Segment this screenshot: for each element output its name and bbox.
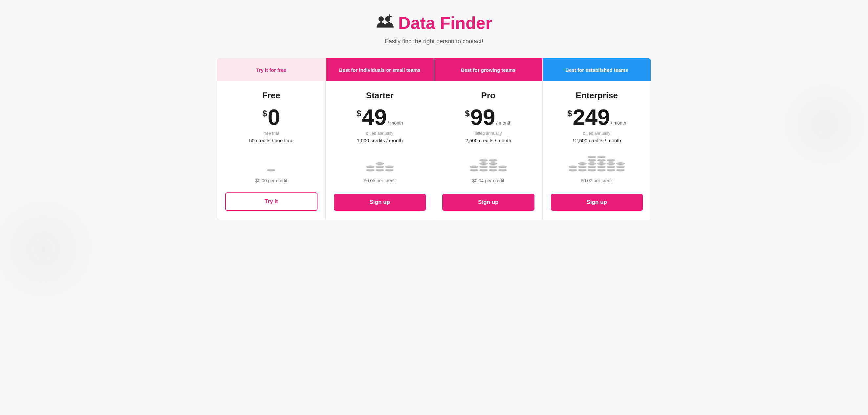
price-amount: 49 xyxy=(362,106,387,128)
plan-footer: Sign up xyxy=(543,194,651,220)
page-header: Data Finder Easily find the right person… xyxy=(217,13,651,45)
price-amount: 99 xyxy=(470,106,495,128)
credits-note: 12,500 credits / month xyxy=(572,138,621,143)
price-period: / month xyxy=(496,120,512,126)
billing-note: billed annually xyxy=(475,131,502,136)
coin-stack xyxy=(366,155,394,171)
cta-button-starter[interactable]: Sign up xyxy=(334,194,426,211)
plan-content: Starter $ 49 / month billed annually 1,0… xyxy=(326,81,434,194)
banner-text: Best for established teams xyxy=(565,67,628,73)
plan-card-pro: Best for growing teams Pro $ 99 / month … xyxy=(434,58,542,220)
billing-note: billed annually xyxy=(366,131,393,136)
plan-banner: Best for established teams xyxy=(543,58,651,81)
plan-name: Free xyxy=(262,91,280,101)
plan-name: Enterprise xyxy=(576,91,618,101)
page-container: Data Finder Easily find the right person… xyxy=(217,13,651,220)
credits-note: 2,500 credits / month xyxy=(465,138,511,143)
app-subtitle: Easily find the right person to contact! xyxy=(217,38,651,45)
cta-button-pro[interactable]: Sign up xyxy=(442,194,534,211)
banner-text: Best for growing teams xyxy=(461,67,516,73)
price-amount: 249 xyxy=(572,106,610,128)
plan-card-starter: Best for individuals or small teams Star… xyxy=(326,58,434,220)
price-row: $ 0 xyxy=(262,106,280,128)
svg-rect-3 xyxy=(387,16,392,18)
price-dollar-sign: $ xyxy=(356,108,361,119)
banner-text: Try it for free xyxy=(256,67,286,73)
price-period: / month xyxy=(388,120,403,126)
price-dollar-sign: $ xyxy=(262,108,267,119)
plan-card-enterprise: Best for established teams Enterprise $ … xyxy=(542,58,651,220)
billing-note: free trial xyxy=(264,131,279,136)
price-dollar-sign: $ xyxy=(465,108,469,119)
logo-icon xyxy=(376,13,394,33)
price-dollar-sign: $ xyxy=(567,108,572,119)
logo-area: Data Finder xyxy=(217,13,651,33)
coin-stack xyxy=(267,155,275,171)
per-credit: $0.00 per credit xyxy=(255,178,287,183)
plan-name: Pro xyxy=(481,91,495,101)
plan-footer: Sign up xyxy=(434,194,542,220)
per-credit: $0.05 per credit xyxy=(364,178,396,183)
plan-card-free: Try it for free Free $ 0 free trial 50 c… xyxy=(217,58,326,220)
credits-note: 1,000 credits / month xyxy=(357,138,403,143)
price-row: $ 99 / month xyxy=(465,106,512,128)
plan-name: Starter xyxy=(366,91,394,101)
plan-footer: Sign up xyxy=(326,194,434,220)
cta-button-enterprise[interactable]: Sign up xyxy=(551,194,643,211)
billing-note: billed annually xyxy=(583,131,610,136)
price-row: $ 249 / month xyxy=(567,106,626,128)
plan-footer: Try it xyxy=(217,193,326,220)
per-credit: $0.02 per credit xyxy=(581,178,613,183)
coin-stack xyxy=(568,155,625,171)
credits-note: 50 credits / one time xyxy=(249,138,293,143)
plan-content: Pro $ 99 / month billed annually 2,500 c… xyxy=(434,81,542,194)
plan-content: Enterprise $ 249 / month billed annually… xyxy=(543,81,651,194)
pricing-grid: Try it for free Free $ 0 free trial 50 c… xyxy=(217,58,651,220)
plan-banner: Best for growing teams xyxy=(434,58,542,81)
coin-stack xyxy=(470,155,507,171)
banner-text: Best for individuals or small teams xyxy=(339,67,421,73)
price-amount: 0 xyxy=(268,106,280,128)
cta-button-free[interactable]: Try it xyxy=(225,193,317,211)
app-title: Data Finder xyxy=(398,13,492,33)
plan-banner: Best for individuals or small teams xyxy=(326,58,434,81)
per-credit: $0.04 per credit xyxy=(472,178,504,183)
price-period: / month xyxy=(611,120,626,126)
price-row: $ 49 / month xyxy=(356,106,403,128)
svg-point-0 xyxy=(378,16,384,22)
plan-banner: Try it for free xyxy=(217,58,326,81)
plan-content: Free $ 0 free trial 50 credits / one tim… xyxy=(217,81,326,193)
